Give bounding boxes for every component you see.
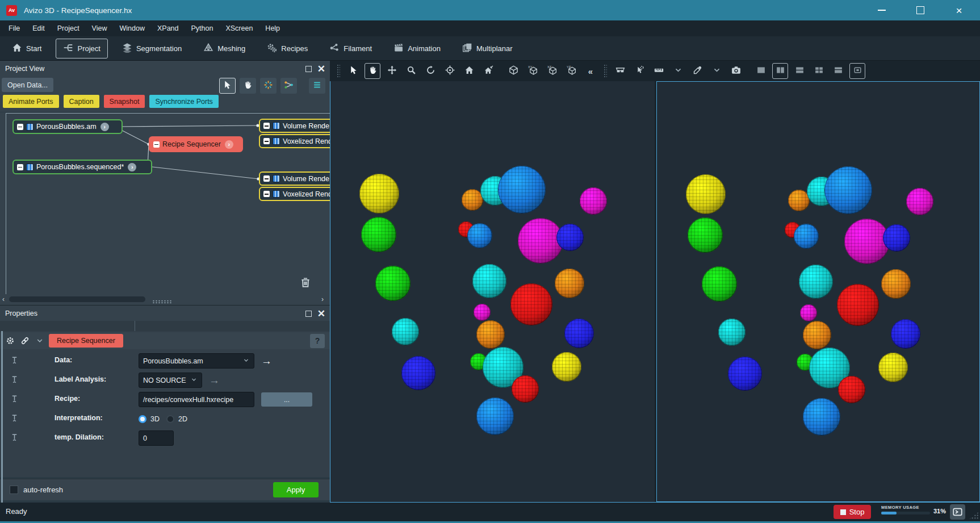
console-button[interactable] — [950, 504, 965, 520]
minimize-button[interactable] — [865, 0, 898, 20]
radio-3d[interactable] — [139, 415, 146, 423]
display-toggle-icon[interactable] — [263, 191, 270, 197]
layout-single-button[interactable] — [753, 63, 769, 79]
tab-multiplanar[interactable]: Multiplanar — [455, 39, 520, 58]
axis-cube-button[interactable] — [505, 63, 521, 79]
chevron-down-button[interactable] — [670, 63, 686, 79]
float-panel-icon[interactable] — [305, 66, 312, 72]
graph-node-recipe-sequencer[interactable]: Recipe Sequencer› — [149, 136, 243, 152]
pin-icon[interactable] — [10, 375, 19, 386]
menu-python[interactable]: Python — [185, 22, 219, 35]
pin-icon[interactable] — [10, 356, 19, 367]
graph-node-volume-rende[interactable]: Volume Rende — [259, 171, 330, 186]
chevron-right-icon[interactable]: › — [100, 123, 109, 131]
tab-meshing[interactable]: Meshing — [196, 39, 253, 58]
resize-grip[interactable] — [969, 512, 979, 520]
apply-button[interactable]: Apply — [273, 482, 319, 497]
temp-dilation-field[interactable]: 0 — [139, 430, 174, 446]
pan-hand-button[interactable] — [240, 78, 256, 94]
menu-xscreen[interactable]: XScreen — [219, 22, 259, 35]
tab-animation[interactable]: Animation — [386, 39, 448, 58]
snapshot-camera-button[interactable] — [728, 63, 744, 79]
chevron-down-button[interactable] — [709, 63, 724, 79]
axis-yz-button[interactable]: YZ — [563, 63, 579, 79]
maximize-button[interactable] — [904, 0, 937, 20]
snapshot-button[interactable]: Snapshot — [104, 95, 145, 108]
select-cursor-button[interactable] — [345, 63, 361, 79]
label-analysis-select[interactable]: NO SOURCE — [139, 373, 202, 388]
axis-xz-button[interactable]: XZ — [544, 63, 560, 79]
graph-node-porousbubbles-am[interactable]: PorousBubbles.am› — [12, 119, 123, 134]
menu-project[interactable]: Project — [51, 22, 86, 35]
menu-edit[interactable]: Edit — [26, 22, 51, 35]
layout-quad-button[interactable] — [811, 63, 827, 79]
close-panel-icon[interactable]: ✕ — [317, 64, 325, 74]
tab-filament[interactable]: Filament — [322, 39, 379, 58]
close-button[interactable]: × — [943, 0, 975, 20]
synchronize-ports-button[interactable]: Synchronize Ports — [149, 95, 218, 108]
pan-hand-button[interactable] — [365, 63, 380, 79]
toolbar-drag-handle[interactable] — [337, 64, 340, 78]
home-button[interactable] — [461, 63, 477, 79]
help-button[interactable]: ? — [310, 334, 325, 348]
list-view-button[interactable] — [309, 78, 325, 94]
browse-button[interactable]: ... — [261, 392, 312, 407]
rotate-button[interactable] — [422, 63, 438, 79]
axis-xy-button[interactable]: XY — [525, 63, 541, 79]
layout-fullscreen-button[interactable] — [849, 63, 865, 79]
connect-arrow-icon[interactable]: → — [209, 375, 220, 386]
menu-help[interactable]: Help — [259, 22, 286, 35]
stereo-glasses-button[interactable] — [612, 63, 628, 79]
display-toggle-icon[interactable] — [263, 175, 270, 182]
scroll-right-icon[interactable]: › — [321, 295, 324, 303]
module-badge[interactable]: Recipe Sequencer — [49, 334, 123, 348]
connect-arrow-icon[interactable]: → — [261, 355, 272, 366]
layout-dual-button[interactable] — [772, 63, 788, 79]
recipe-field[interactable]: /recipes/convexHull.hxrecipe — [139, 392, 254, 407]
panel-splitter-handle[interactable] — [152, 300, 171, 304]
trash-button[interactable] — [299, 276, 313, 290]
menu-xpand[interactable]: XPand — [151, 22, 185, 35]
tab-start[interactable]: Start — [5, 39, 49, 58]
radio-2d[interactable] — [166, 415, 174, 423]
viewport-left[interactable] — [330, 81, 655, 502]
float-panel-icon[interactable] — [305, 311, 312, 317]
tab-segmentation[interactable]: Segmentation — [115, 39, 189, 58]
scroll-left-icon[interactable]: ‹ — [2, 295, 5, 303]
zoom-button[interactable] — [403, 63, 419, 79]
data-select[interactable]: PorousBubbles.am — [139, 353, 254, 369]
caption-button[interactable]: Caption — [64, 95, 99, 108]
graph-node-voxelized-rend[interactable]: Voxelized Rend — [259, 187, 330, 201]
display-toggle-icon[interactable] — [17, 164, 23, 170]
pin-icon[interactable] — [10, 414, 19, 425]
graph-nodes-button[interactable] — [280, 78, 297, 94]
layout-hsplit-button[interactable] — [791, 63, 807, 79]
select-cursor-button[interactable] — [219, 78, 236, 94]
menu-file[interactable]: File — [2, 22, 26, 35]
hscrollbar-thumb[interactable] — [9, 296, 145, 302]
menu-view[interactable]: View — [86, 22, 114, 35]
display-toggle-icon[interactable] — [263, 123, 270, 129]
measure-button[interactable] — [651, 63, 667, 79]
rotate-90-button[interactable]: « — [583, 63, 598, 79]
tab-recipes[interactable]: Recipes — [259, 39, 315, 58]
pipette-button[interactable] — [689, 63, 705, 79]
tab-project[interactable]: Project — [56, 39, 107, 58]
open-data-button[interactable]: Open Data... — [2, 78, 53, 92]
layout-main-button[interactable] — [830, 63, 846, 79]
display-toggle-icon[interactable] — [17, 124, 23, 130]
viewport-right[interactable] — [656, 81, 980, 502]
chevron-right-icon[interactable]: › — [128, 163, 136, 171]
graph-node-voxelized-rend[interactable]: Voxelized Rend — [259, 134, 330, 148]
ports-burst-button[interactable] — [260, 78, 277, 94]
animate-ports-button[interactable]: Animate Ports — [3, 95, 59, 108]
translate-button[interactable] — [384, 63, 400, 79]
chevron-right-icon[interactable]: › — [225, 140, 233, 149]
seek-button[interactable] — [442, 63, 458, 79]
pin-icon[interactable] — [10, 395, 19, 405]
display-toggle-icon[interactable] — [153, 141, 160, 148]
link-icon[interactable] — [20, 336, 30, 345]
pin-icon[interactable] — [10, 433, 19, 444]
stop-button[interactable]: Stop — [834, 505, 871, 519]
graph-node-volume-rende[interactable]: Volume Rende — [259, 119, 330, 133]
